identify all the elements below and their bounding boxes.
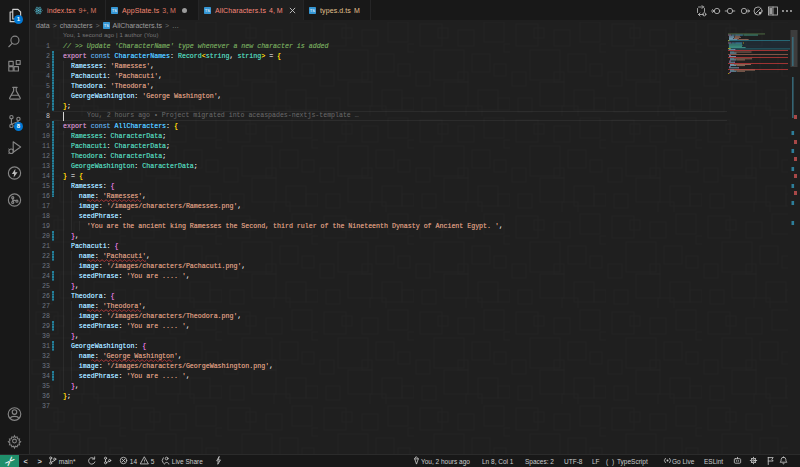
svg-text:TS: TS <box>205 8 211 13</box>
svg-text:TS: TS <box>103 23 109 28</box>
svg-text:TS: TS <box>310 8 316 13</box>
svg-text:TS: TS <box>112 8 118 13</box>
